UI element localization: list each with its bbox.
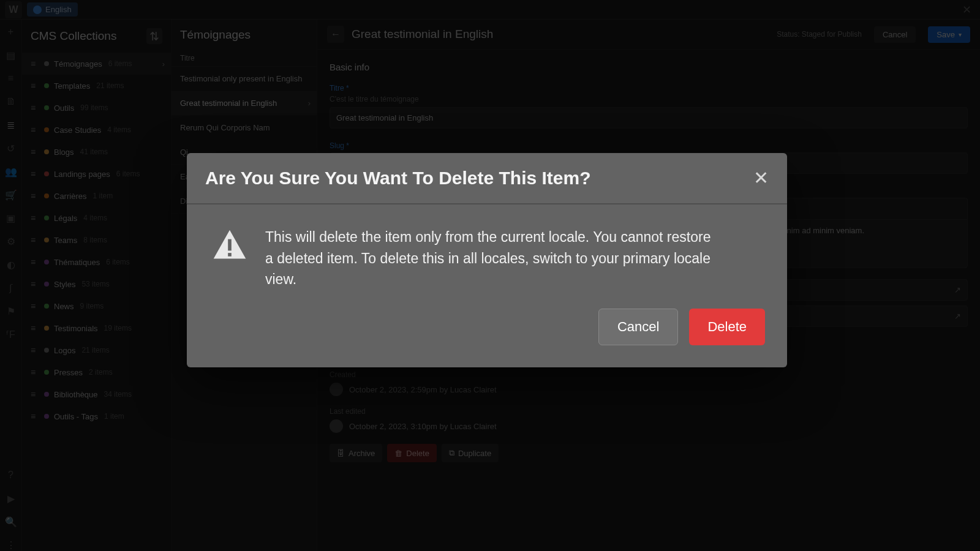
delete-confirm-modal: Are You Sure You Want To Delete This Ite… [187, 153, 787, 367]
svg-rect-1 [228, 239, 232, 251]
warning-icon [211, 227, 248, 263]
modal-body-text: This will delete the item only from the … [265, 227, 718, 290]
close-icon[interactable]: ✕ [753, 169, 769, 187]
modal-cancel-button[interactable]: Cancel [598, 309, 678, 345]
modal-title: Are You Sure You Want To Delete This Ite… [205, 168, 591, 189]
svg-rect-2 [228, 253, 232, 257]
modal-delete-button[interactable]: Delete [689, 309, 765, 345]
